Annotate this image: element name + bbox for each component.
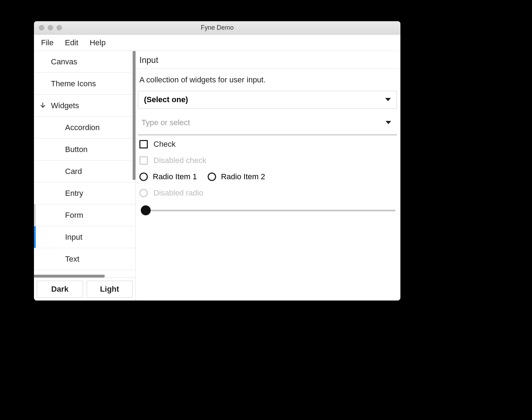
radio-group: Radio Item 1 Radio Item 2 xyxy=(139,172,397,181)
scrollbar-vertical[interactable] xyxy=(133,51,135,180)
dark-button[interactable]: Dark xyxy=(37,281,83,298)
page-description: A collection of widgets for user input. xyxy=(136,69,400,89)
slider[interactable] xyxy=(139,205,397,216)
close-icon[interactable] xyxy=(39,25,44,30)
theme-switch: Dark Light xyxy=(37,281,133,298)
radio-disabled: Disabled radio xyxy=(139,188,397,198)
sidebar-item-label: Card xyxy=(65,167,82,176)
menu-help[interactable]: Help xyxy=(89,38,105,47)
sidebar-item-label: Widgets xyxy=(51,101,79,110)
svg-marker-1 xyxy=(386,121,391,124)
sidebar-item-entry[interactable]: Entry xyxy=(34,182,135,204)
titlebar[interactable]: Fyne Demo xyxy=(34,21,400,35)
sidebar-item-label: Accordion xyxy=(65,123,100,132)
checkbox-label: Check xyxy=(154,140,175,149)
select-placeholder: (Select one) xyxy=(144,95,188,104)
checkbox-icon xyxy=(139,156,148,165)
radio-icon xyxy=(208,173,216,181)
sidebar: Canvas Theme Icons Widgets Accordion xyxy=(34,51,136,301)
radio-label: Radio Item 2 xyxy=(221,172,265,181)
svg-marker-0 xyxy=(385,98,391,101)
minimize-icon[interactable] xyxy=(48,25,53,30)
caret-down-icon xyxy=(386,121,391,124)
sidebar-item-button[interactable]: Button xyxy=(34,139,135,161)
sidebar-item-form[interactable]: Form xyxy=(34,204,135,226)
radio-label: Radio Item 1 xyxy=(153,172,197,181)
select-dropdown[interactable]: (Select one) xyxy=(138,91,397,109)
radio-label: Disabled radio xyxy=(154,188,203,198)
zoom-icon[interactable] xyxy=(57,25,62,30)
sidebar-item-text[interactable]: Text xyxy=(34,248,135,270)
sidebar-item-accordion[interactable]: Accordion xyxy=(34,117,135,139)
scrollbar-horizontal[interactable] xyxy=(34,275,105,278)
slider-thumb[interactable] xyxy=(141,205,151,215)
menubar: File Edit Help xyxy=(34,35,400,51)
checkbox-icon xyxy=(139,140,148,148)
checkbox-label: Disabled check xyxy=(154,156,206,165)
sidebar-item-canvas[interactable]: Canvas xyxy=(34,51,135,73)
combo-input[interactable] xyxy=(138,111,397,135)
button-label: Dark xyxy=(51,285,69,294)
sidebar-item-label: Entry xyxy=(65,189,83,198)
checkbox-check[interactable]: Check xyxy=(139,140,397,149)
radio-icon xyxy=(139,189,148,197)
radio-item-2[interactable]: Radio Item 2 xyxy=(208,172,265,181)
sidebar-item-widgets[interactable]: Widgets xyxy=(34,95,135,117)
navigation-tree[interactable]: Canvas Theme Icons Widgets Accordion xyxy=(34,51,135,278)
window-controls xyxy=(34,25,62,30)
sidebar-item-label: Canvas xyxy=(51,57,77,66)
window: Fyne Demo File Edit Help Canvas Theme Ic… xyxy=(34,21,400,301)
window-title: Fyne Demo xyxy=(34,24,400,31)
chevron-down-icon xyxy=(39,102,47,110)
menu-file[interactable]: File xyxy=(41,38,53,47)
button-label: Light xyxy=(100,285,119,294)
main-content: Input A collection of widgets for user i… xyxy=(136,51,400,301)
checkbox-disabled: Disabled check xyxy=(139,156,397,165)
sidebar-item-label: Theme Icons xyxy=(51,79,96,88)
menu-edit[interactable]: Edit xyxy=(65,38,78,47)
page-title: Input xyxy=(136,51,400,69)
sidebar-item-label: Text xyxy=(65,255,79,264)
light-button[interactable]: Light xyxy=(87,281,133,298)
sidebar-item-theme-icons[interactable]: Theme Icons xyxy=(34,73,135,95)
sidebar-item-label: Form xyxy=(65,211,83,220)
sidebar-item-input[interactable]: Input xyxy=(34,226,135,248)
sidebar-item-card[interactable]: Card xyxy=(34,161,135,182)
caret-down-icon xyxy=(385,98,391,101)
slider-track xyxy=(146,210,395,211)
radio-item-1[interactable]: Radio Item 1 xyxy=(139,172,197,181)
sidebar-item-label: Button xyxy=(65,145,88,154)
radio-icon xyxy=(139,173,148,181)
combo-text-input[interactable] xyxy=(141,118,386,127)
sidebar-item-label: Input xyxy=(65,233,82,242)
